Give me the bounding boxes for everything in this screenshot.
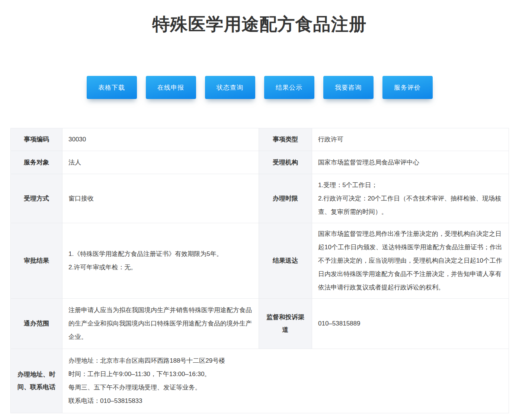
action-button-row: 表格下载 在线申报 状态查询 结果公示 我要咨询 服务评价	[0, 76, 519, 99]
table-row-acceptance-method: 受理方式 窗口接收 办理时限 1.受理：5个工作日； 2.行政许可决定：20个工…	[11, 174, 509, 223]
status-query-button[interactable]: 状态查询	[205, 76, 255, 99]
service-evaluation-button[interactable]: 服务评价	[382, 76, 433, 99]
table-row-service-target: 服务对象 法人 受理机构 国家市场监督管理总局食品审评中心	[11, 151, 509, 174]
field-label-address-contact: 办理地址、时间、联系电话	[11, 349, 63, 413]
online-apply-button[interactable]: 在线申报	[146, 76, 196, 99]
field-value-item-type: 行政许可	[312, 128, 509, 151]
service-info-table: 事项编码 30030 事项类型 行政许可 服务对象 法人 受理机构 国家市场监督…	[10, 128, 509, 413]
field-value-service-scope: 注册申请人应当为拟在我国境内生产并销售特殊医学用途配方食品的生产企业和拟向我国境…	[63, 299, 259, 349]
form-download-button[interactable]: 表格下载	[87, 76, 137, 99]
field-value-approval-result: 1.《特殊医学用途配方食品注册证书》有效期限为5年。 2.许可年审或年检：无。	[63, 223, 259, 299]
field-value-service-target: 法人	[63, 151, 259, 174]
table-row-address-contact: 办理地址、时间、联系电话 办理地址：北京市丰台区南四环西路188号十二区29号楼…	[11, 349, 509, 413]
consultation-button[interactable]: 我要咨询	[323, 76, 374, 99]
table-row-approval-result: 审批结果 1.《特殊医学用途配方食品注册证书》有效期限为5年。 2.许可年审或年…	[11, 223, 509, 299]
field-label-processing-time: 办理时限	[259, 174, 312, 223]
field-label-service-target: 服务对象	[11, 151, 63, 174]
field-value-address-contact: 办理地址：北京市丰台区南四环西路188号十二区29号楼 时间：工作日上午9:00…	[63, 349, 509, 413]
field-label-acceptance-method: 受理方式	[11, 174, 63, 223]
field-value-processing-time: 1.受理：5个工作日； 2.行政许可决定：20个工作日（不含技术审评、抽样检验、…	[312, 174, 509, 223]
field-value-result-delivery: 国家市场监督管理总局作出准予注册决定的，受理机构自决定之日起10个工作日内颁发、…	[312, 223, 509, 299]
field-label-service-scope: 通办范围	[11, 299, 63, 349]
field-label-item-type: 事项类型	[259, 128, 312, 151]
field-label-approval-result: 审批结果	[11, 223, 63, 299]
field-label-complaint-channel: 监督和投诉渠道	[259, 299, 312, 349]
field-value-item-code: 30030	[63, 128, 259, 151]
page-title: 特殊医学用途配方食品注册	[0, 0, 519, 35]
field-label-accepting-agency: 受理机构	[259, 151, 312, 174]
field-value-complaint-channel: 010–53815889	[312, 299, 509, 349]
table-row-item-code: 事项编码 30030 事项类型 行政许可	[11, 128, 509, 151]
field-value-acceptance-method: 窗口接收	[63, 174, 259, 223]
result-publicity-button[interactable]: 结果公示	[264, 76, 314, 99]
field-value-accepting-agency: 国家市场监督管理总局食品审评中心	[312, 151, 509, 174]
table-row-service-scope: 通办范围 注册申请人应当为拟在我国境内生产并销售特殊医学用途配方食品的生产企业和…	[11, 299, 509, 349]
field-label-result-delivery: 结果送达	[259, 223, 312, 299]
field-label-item-code: 事项编码	[11, 128, 63, 151]
service-page: 特殊医学用途配方食品注册 表格下载 在线申报 状态查询 结果公示 我要咨询 服务…	[0, 0, 519, 420]
